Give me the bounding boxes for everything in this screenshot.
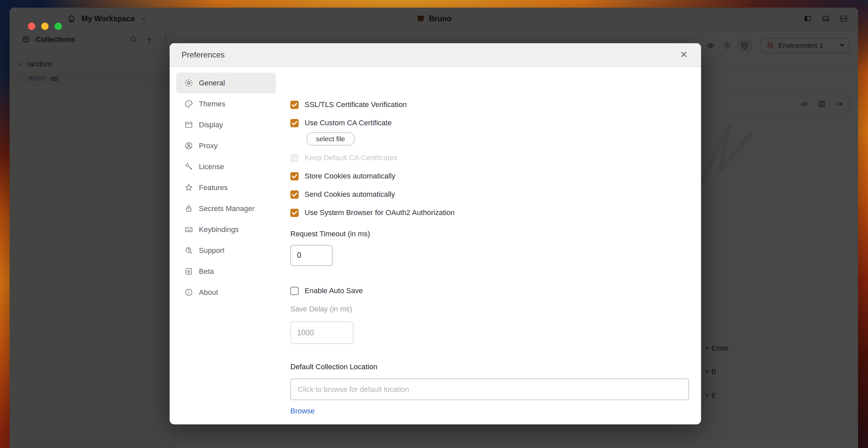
checkbox-label: Use Custom CA Certificate xyxy=(305,119,392,127)
preferences-header: Preferences ✕ xyxy=(169,43,701,67)
checkbox-box[interactable] xyxy=(290,119,299,127)
nav-item-icon xyxy=(184,99,193,108)
checkbox-keep-default-ca-certificates[interactable]: Keep Default CA Certificates xyxy=(290,153,689,163)
nav-item-icon xyxy=(184,204,193,213)
checkbox-use-system-browser-for-oauth2-authorization[interactable]: Use System Browser for OAuth2 Authorizat… xyxy=(290,208,689,218)
nav-item-about[interactable]: About xyxy=(176,282,276,303)
nav-item-label: Display xyxy=(199,121,223,129)
preferences-modal: Preferences ✕ General Themes Display Pro… xyxy=(169,43,701,424)
nav-item-label: License xyxy=(199,162,224,171)
default-location-label: Default Collection Location xyxy=(290,362,689,371)
checkbox-label: Send Cookies automatically xyxy=(305,190,395,199)
browse-link[interactable]: Browse xyxy=(290,407,315,415)
nav-item-features[interactable]: Features xyxy=(176,177,276,198)
nav-item-secrets-manager[interactable]: Secrets Manager xyxy=(176,198,276,219)
checkbox-ssl-tls-certificate-verification[interactable]: SSL/TLS Certificate Verification xyxy=(290,100,689,110)
nav-item-icon xyxy=(184,120,193,129)
preferences-body: General Themes Display Proxy License Fea… xyxy=(169,67,701,424)
nav-item-label: Proxy xyxy=(199,141,217,150)
nav-item-themes[interactable]: Themes xyxy=(176,93,276,114)
checkbox-label: Store Cookies automatically xyxy=(305,172,396,181)
nav-item-keybindings[interactable]: Keybindings xyxy=(176,219,276,240)
traffic-lights xyxy=(28,23,62,30)
checkbox-box[interactable] xyxy=(290,190,299,199)
checkbox-label: SSL/TLS Certificate Verification xyxy=(305,100,407,109)
nav-item-icon xyxy=(184,288,193,297)
checkbox-box[interactable] xyxy=(290,209,299,217)
save-delay-input[interactable] xyxy=(290,321,353,344)
preferences-nav: General Themes Display Proxy License Fea… xyxy=(176,72,276,303)
default-location-input[interactable] xyxy=(290,379,689,400)
nav-item-display[interactable]: Display xyxy=(176,114,276,135)
checkbox-box[interactable] xyxy=(290,172,299,181)
checkbox-box[interactable] xyxy=(290,287,299,295)
nav-item-label: Features xyxy=(199,184,228,192)
nav-item-icon xyxy=(184,162,193,171)
nav-item-proxy[interactable]: Proxy xyxy=(176,135,276,156)
checkbox-label: Keep Default CA Certificates xyxy=(305,154,397,162)
nav-item-label: General xyxy=(199,79,225,87)
nav-item-label: Beta xyxy=(199,267,214,276)
general-settings: SSL/TLS Certificate Verification Use Cus… xyxy=(290,91,689,415)
nav-item-label: About xyxy=(199,288,218,297)
nav-item-support[interactable]: Support xyxy=(176,240,276,261)
nav-item-icon xyxy=(184,141,193,150)
nav-item-icon xyxy=(184,225,193,234)
checkbox-box[interactable] xyxy=(290,154,299,162)
nav-item-icon xyxy=(184,246,193,255)
minimize-window-button[interactable] xyxy=(41,23,49,30)
checkbox-label: Enable Auto Save xyxy=(305,286,363,295)
checkbox-use-custom-ca-certificate[interactable]: Use Custom CA Certificate xyxy=(290,118,689,128)
nav-item-license[interactable]: License xyxy=(176,156,276,177)
zoom-window-button[interactable] xyxy=(55,23,62,30)
checkbox-enable-auto-save[interactable]: Enable Auto Save xyxy=(290,286,689,296)
nav-item-icon xyxy=(184,267,193,276)
checkbox-send-cookies-automatically[interactable]: Send Cookies automatically xyxy=(290,189,689,199)
nav-item-label: Themes xyxy=(199,100,225,108)
preferences-title: Preferences xyxy=(182,50,224,60)
request-timeout-label: Request Timeout (in ms) xyxy=(290,230,689,238)
close-window-button[interactable] xyxy=(28,23,35,30)
close-icon[interactable]: ✕ xyxy=(680,50,688,60)
checkbox-store-cookies-automatically[interactable]: Store Cookies automatically xyxy=(290,171,689,181)
checkbox-label: Use System Browser for OAuth2 Authorizat… xyxy=(305,209,455,217)
save-delay-label: Save Delay (in ms) xyxy=(290,305,689,313)
nav-item-general[interactable]: General xyxy=(176,72,276,93)
nav-item-icon xyxy=(184,78,193,87)
nav-item-label: Keybindings xyxy=(199,225,239,234)
nav-item-label: Secrets Manager xyxy=(199,204,255,213)
request-timeout-input[interactable] xyxy=(290,245,333,266)
screen: My Workspace Bruno xyxy=(0,0,868,448)
select-file-button[interactable]: select file xyxy=(307,132,354,146)
checkbox-box[interactable] xyxy=(290,101,299,109)
nav-item-icon xyxy=(184,183,193,192)
nav-item-beta[interactable]: Beta xyxy=(176,261,276,282)
nav-item-label: Support xyxy=(199,246,224,255)
